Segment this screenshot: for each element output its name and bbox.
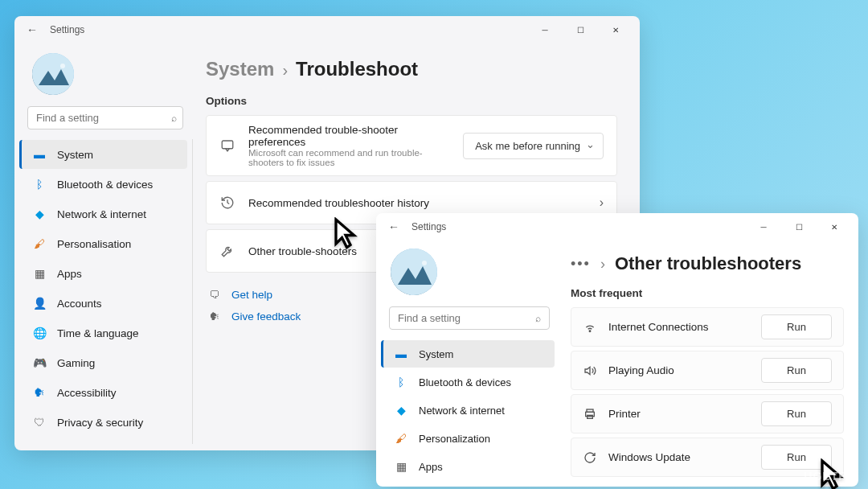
bluetooth-icon: ᛒ [395,376,407,388]
run-button-internet[interactable]: Run [761,314,832,339]
chat-icon [219,138,235,154]
breadcrumb-troubleshoot: Troubleshoot [296,58,418,80]
apps-icon: ▦ [33,267,46,280]
troubleshooter-windows-update: Windows Update Run [571,438,844,477]
nav-item-apps[interactable]: ▦ Apps [19,259,187,288]
nav-item-time-language[interactable]: 🌐 Time & language [19,318,187,347]
nav-item-privacy[interactable]: 🛡 Privacy & security [19,408,187,437]
printer-icon [583,407,597,421]
page-title: Other troubleshooters [615,253,801,274]
avatar[interactable] [32,53,74,95]
ts-label: Printer [608,408,750,420]
system-icon: ▬ [395,347,407,360]
privacy-icon: 🛡 [33,416,46,429]
troubleshooter-audio: Playing Audio Run [571,351,844,390]
watermark: UGETFIX [804,470,858,483]
window-controls: ─ ☐ ✕ [527,18,633,42]
nav-label: Network & internet [419,405,505,417]
card-title: Recommended troubleshooter history [248,197,587,209]
window-title: Settings [50,24,84,35]
breadcrumb-overflow[interactable]: ••• [571,256,591,273]
personalisation-icon: 🖌 [33,237,46,250]
close-button[interactable]: ✕ [598,18,633,42]
search-input[interactable] [36,112,171,124]
ts-label: Internet Connections [608,321,750,333]
nav-item-gaming[interactable]: 🎮 Gaming [19,348,187,377]
nav-label: Accounts [57,298,102,310]
nav-label: System [419,348,453,360]
wrench-icon [219,243,235,259]
window-title: Settings [411,221,446,232]
accessibility-icon: 🗣 [33,386,46,399]
accounts-icon: 👤 [33,297,46,310]
time-icon: 🌐 [33,327,46,339]
nav-item-bluetooth[interactable]: ᛒ Bluetooth & devices [19,170,187,199]
run-button-audio[interactable]: Run [761,358,832,383]
nav-label: Apps [57,268,82,280]
nav-item-system[interactable]: ▬ System [381,340,555,368]
search-box[interactable]: ⌕ [27,106,183,129]
breadcrumb: ••• › Other troubleshooters [571,253,844,274]
ts-label: Playing Audio [608,364,750,376]
avatar[interactable] [391,249,437,295]
card-text: Recommended trouble-shooter preferences … [248,124,450,167]
chevron-right-icon: › [600,195,604,210]
breadcrumb: System › Troubleshoot [206,58,617,80]
nav-item-accessibility[interactable]: 🗣 Accessibility [19,378,187,407]
breadcrumb-sep: › [600,256,605,273]
nav-label: Network & internet [57,208,146,220]
breadcrumb-system[interactable]: System [206,58,274,80]
svg-point-0 [32,53,74,95]
nav-item-network[interactable]: ◆ Network & internet [19,199,187,228]
search-icon: ⌕ [535,313,541,324]
back-button[interactable]: ← [21,18,43,41]
preferences-dropdown[interactable]: Ask me before running [463,133,604,159]
nav-label: System [57,149,93,161]
run-button-printer[interactable]: Run [761,401,832,426]
nav-item-personalisation[interactable]: 🖌 Personalisation [19,229,187,258]
breadcrumb-sep: › [282,61,288,80]
search-box[interactable]: ⌕ [389,306,550,330]
nav-item-network[interactable]: ◆ Network & internet [381,397,555,424]
titlebar: ← Settings ─ ☐ ✕ [376,213,858,240]
minimize-button[interactable]: ─ [527,18,563,42]
nav-item-apps[interactable]: ▦ Apps [381,453,555,480]
search-input[interactable] [398,312,535,324]
link-text: Get help [231,289,272,301]
window-controls: ─ ☐ ✕ [746,215,852,239]
settings-window-other-troubleshooters: ← Settings ─ ☐ ✕ ⌕ ▬ System ᛒ [376,213,858,487]
gaming-icon: 🎮 [33,356,46,369]
nav-label: Time & language [57,327,139,339]
card-preferences[interactable]: Recommended trouble-shooter preferences … [206,115,617,176]
run-button-windows-update[interactable]: Run [761,445,832,470]
nav-label: Bluetooth & devices [57,179,153,191]
bluetooth-icon: ᛒ [33,178,46,191]
network-icon: ◆ [395,404,407,417]
nav-label: Accessibility [57,387,117,399]
nav-item-bluetooth[interactable]: ᛒ Bluetooth & devices [381,368,555,396]
network-icon: ◆ [33,208,46,220]
nav-item-system[interactable]: ▬ System [19,140,187,169]
troubleshooter-printer: Printer Run [571,394,844,434]
svg-marker-6 [585,367,590,374]
nav-list: ▬ System ᛒ Bluetooth & devices ◆ Network… [379,339,559,487]
nav-item-accounts[interactable]: 👤 Accounts [381,481,555,487]
maximize-button[interactable]: ☐ [781,215,817,239]
nav-item-accounts[interactable]: 👤 Accounts [19,289,187,318]
feedback-icon: 🗣 [209,310,222,323]
section-head-options: Options [206,95,617,107]
minimize-button[interactable]: ─ [746,215,781,239]
back-button[interactable]: ← [383,216,405,238]
search-icon: ⌕ [171,113,177,124]
svg-point-4 [422,261,427,265]
nav-label: Privacy & security [57,417,143,429]
nav-list: ▬ System ᛒ Bluetooth & devices ◆ Network… [18,139,193,444]
nav-label: Personalization [419,433,490,445]
close-button[interactable]: ✕ [817,215,852,239]
card-title: Recommended trouble-shooter preferences [248,124,450,148]
svg-point-1 [60,64,65,68]
nav-item-personalization[interactable]: 🖌 Personalization [381,425,555,452]
wifi-icon [583,320,597,335]
system-icon: ▬ [33,148,46,161]
maximize-button[interactable]: ☐ [563,18,598,42]
